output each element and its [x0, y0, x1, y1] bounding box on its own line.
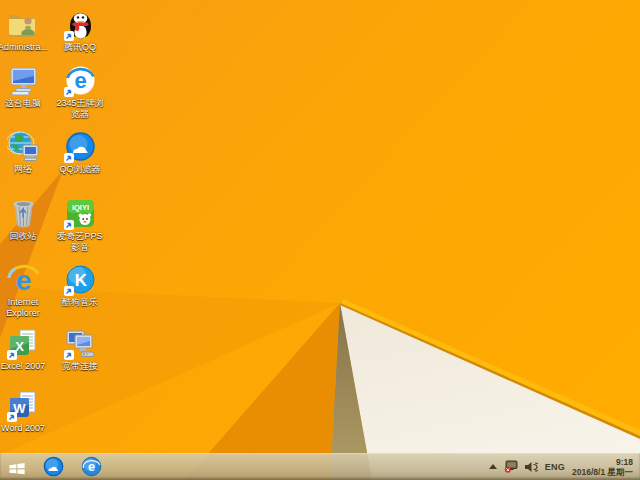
icon-label: Word 2007	[1, 423, 45, 434]
svg-text:iQIYI: iQIYI	[71, 203, 88, 212]
desktop-icon-internet-explorer[interactable]: e Internet Explorer	[0, 263, 52, 319]
icon-label: 回收站	[10, 231, 37, 242]
globe-network-icon	[7, 130, 40, 163]
desktop: Administra... 腾讯QQ	[0, 0, 640, 480]
icon-label: Administra...	[0, 42, 48, 53]
icon-label: 宽带连接	[62, 361, 98, 372]
desktop-icon-excel-2007[interactable]: X Excel 2007	[0, 327, 52, 372]
shortcut-arrow-icon	[64, 87, 74, 97]
shortcut-arrow-icon	[64, 153, 74, 163]
computer-icon	[7, 64, 40, 97]
shortcut-arrow-icon	[7, 350, 17, 360]
icon-label: Excel 2007	[1, 361, 46, 372]
qq-browser-icon	[43, 456, 64, 477]
clock-date: 2016/8/1 星期一	[572, 467, 633, 477]
icon-label: 腾讯QQ	[64, 42, 96, 53]
shortcut-arrow-icon	[64, 286, 74, 296]
taskbar: e ENG 9:18 2016/8/1 星期一	[0, 453, 640, 480]
volume-icon[interactable]	[525, 461, 538, 473]
desktop-icon-this-pc[interactable]: 这台电脑	[0, 64, 52, 109]
desktop-icon-network[interactable]: 网络	[0, 130, 52, 175]
desktop-icon-2345-browser[interactable]: e 2345王牌浏览器	[51, 64, 109, 120]
icon-label: Internet Explorer	[0, 297, 51, 319]
icon-label: 网络	[14, 164, 32, 175]
network-status-icon[interactable]	[504, 460, 518, 473]
icon-label: 酷狗音乐	[62, 297, 98, 308]
icon-label: 爱奇艺PPS 影音	[52, 231, 108, 253]
icon-label: 这台电脑	[5, 98, 41, 109]
desktop-icon-word-2007[interactable]: W Word 2007	[0, 389, 52, 434]
svg-text:e: e	[15, 265, 31, 296]
desktop-icon-recycle-bin[interactable]: 回收站	[0, 197, 52, 242]
show-hidden-icons-button[interactable]	[489, 464, 497, 469]
taskbar-item-internet-explorer[interactable]: e	[72, 453, 110, 480]
windows-logo-icon	[8, 458, 26, 475]
taskbar-clock[interactable]: 9:18 2016/8/1 星期一	[572, 457, 633, 477]
clock-time: 9:18	[572, 457, 633, 467]
shortcut-arrow-icon	[64, 220, 74, 230]
ie-icon: e	[7, 263, 40, 296]
system-tray: ENG 9:18 2016/8/1 星期一	[489, 457, 640, 477]
desktop-icon-kugou-music[interactable]: K 酷狗音乐	[51, 263, 109, 308]
shortcut-arrow-icon	[7, 412, 17, 422]
folder-user-icon	[7, 8, 40, 41]
desktop-icon-iqiyi-pps[interactable]: iQIYI 爱奇艺PPS 影音	[51, 197, 109, 253]
desktop-icon-administrator-folder[interactable]: Administra...	[0, 8, 52, 53]
shortcut-arrow-icon	[64, 350, 74, 360]
start-button[interactable]	[0, 453, 34, 480]
taskbar-item-qq-browser[interactable]	[34, 453, 72, 480]
ie-icon: e	[81, 456, 102, 477]
desktop-icon-tencent-qq[interactable]: 腾讯QQ	[51, 8, 109, 53]
icon-label: 2345王牌浏览器	[52, 98, 108, 120]
shortcut-arrow-icon	[64, 31, 74, 41]
desktop-icon-broadband-connection[interactable]: 宽带连接	[51, 327, 109, 372]
desktop-icon-qq-browser[interactable]: QQ浏览器	[51, 130, 109, 175]
recycle-bin-icon	[7, 197, 40, 230]
language-indicator[interactable]: ENG	[545, 462, 565, 472]
svg-text:K: K	[74, 271, 87, 290]
svg-text:e: e	[74, 68, 86, 93]
icon-label: QQ浏览器	[59, 164, 100, 175]
